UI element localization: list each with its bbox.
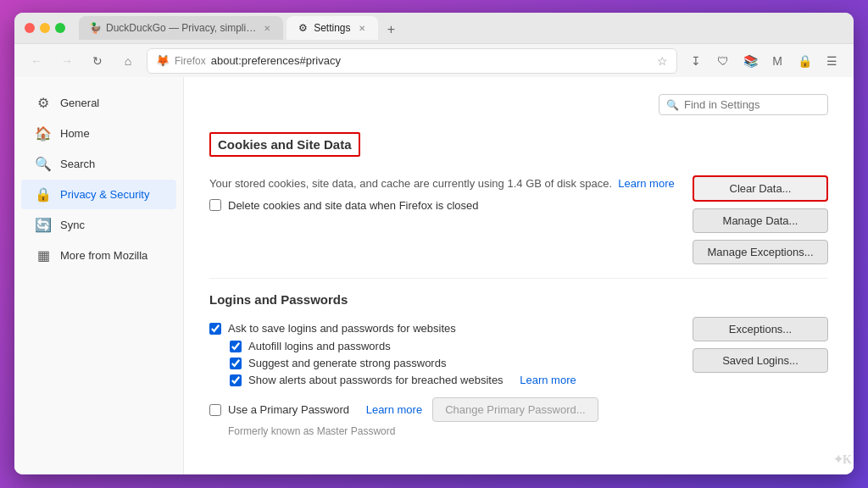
sidebar-item-search[interactable]: 🔍 Search bbox=[21, 149, 176, 179]
cookies-info-row: Your stored cookies, site data, and cach… bbox=[209, 175, 828, 264]
minimize-button[interactable] bbox=[40, 23, 50, 33]
nav-actions: ↧ 🛡 📚 M 🔒 ☰ bbox=[684, 49, 843, 73]
logins-buttons: Exceptions... Saved Logins... bbox=[693, 317, 828, 373]
suggest-strong-row: Suggest and generate strong passwords bbox=[209, 357, 676, 369]
find-input-container[interactable]: 🔍 bbox=[659, 94, 828, 115]
use-primary-password-row: Use a Primary Password Learn more bbox=[209, 403, 422, 416]
title-bar: 🦆 DuckDuckGo — Privacy, simpli… ✕ ⚙ Sett… bbox=[14, 13, 854, 43]
delete-on-close-label: Delete cookies and site data when Firefo… bbox=[228, 199, 479, 212]
use-primary-password-checkbox[interactable] bbox=[209, 404, 221, 416]
cookies-section: Cookies and Site Data Your stored cookie… bbox=[209, 132, 828, 264]
formerly-label: Formerly known as Master Password bbox=[209, 425, 828, 437]
menu-button[interactable]: ☰ bbox=[820, 49, 843, 73]
sidebar-item-sync-label: Sync bbox=[60, 219, 85, 231]
firefox-icon: 🦊 bbox=[156, 54, 170, 67]
settings-tab-icon: ⚙ bbox=[297, 22, 309, 34]
delete-on-close-row: Delete cookies and site data when Firefo… bbox=[209, 199, 676, 212]
home-button[interactable]: ⌂ bbox=[116, 49, 140, 73]
show-alerts-label: Show alerts about passwords for breached… bbox=[248, 374, 504, 386]
traffic-lights bbox=[25, 23, 65, 33]
show-alerts-row: Show alerts about passwords for breached… bbox=[209, 374, 676, 386]
primary-password-row: Use a Primary Password Learn more Change… bbox=[209, 397, 828, 422]
find-search-icon: 🔍 bbox=[666, 99, 679, 111]
cookies-info-text: Your stored cookies, site data, and cach… bbox=[209, 175, 676, 192]
account-button[interactable]: M bbox=[765, 49, 789, 73]
shield-icon[interactable]: 🛡 bbox=[711, 49, 735, 73]
autofill-row: Autofill logins and passwords bbox=[209, 340, 676, 352]
ask-to-save-row: Ask to save logins and passwords for web… bbox=[209, 322, 676, 335]
suggest-strong-label: Suggest and generate strong passwords bbox=[248, 357, 446, 369]
nav-bar: ← → ↻ ⌂ 🦊 Firefox about:preferences#priv… bbox=[14, 43, 854, 77]
logins-section: Logins and Passwords Ask to save logins … bbox=[209, 292, 828, 437]
logins-section-title: Logins and Passwords bbox=[209, 292, 828, 307]
sidebar-item-home-label: Home bbox=[60, 127, 90, 140]
logins-main-row: Ask to save logins and passwords for web… bbox=[209, 317, 828, 391]
tab-duckduckgo[interactable]: 🦆 DuckDuckGo — Privacy, simpli… ✕ bbox=[79, 16, 283, 40]
tabs-bar: 🦆 DuckDuckGo — Privacy, simpli… ✕ ⚙ Sett… bbox=[79, 16, 843, 40]
search-sidebar-icon: 🔍 bbox=[35, 156, 52, 172]
maximize-button[interactable] bbox=[55, 23, 65, 33]
ask-to-save-label: Ask to save logins and passwords for web… bbox=[228, 322, 456, 335]
section-divider bbox=[209, 278, 828, 279]
cookies-buttons: Clear Data... Manage Data... Manage Exce… bbox=[693, 175, 828, 264]
bookmark-icon[interactable]: ☆ bbox=[657, 54, 668, 68]
find-in-settings-input[interactable] bbox=[684, 98, 821, 111]
settings-main: 🔍 Cookies and Site Data Your stored cook… bbox=[184, 77, 854, 474]
manage-exceptions-button[interactable]: Manage Exceptions... bbox=[693, 240, 828, 264]
close-button[interactable] bbox=[25, 23, 35, 33]
address-bar[interactable]: 🦊 Firefox about:preferences#privacy ☆ bbox=[147, 48, 677, 74]
primary-password-area: Use a Primary Password Learn more Change… bbox=[209, 397, 828, 437]
sidebar-item-privacy-label: Privacy & Security bbox=[60, 188, 149, 201]
suggest-strong-checkbox[interactable] bbox=[230, 358, 242, 369]
sidebar-item-home[interactable]: 🏠 Home bbox=[21, 119, 176, 148]
cookies-section-title: Cookies and Site Data bbox=[209, 132, 360, 157]
ask-to-save-checkbox[interactable] bbox=[209, 323, 221, 335]
reload-button[interactable]: ↻ bbox=[86, 49, 109, 73]
saved-logins-button[interactable]: Saved Logins... bbox=[693, 348, 828, 373]
sidebar: ⚙ General 🏠 Home 🔍 Search 🔒 Privacy & Se… bbox=[14, 77, 184, 474]
duckduckgo-tab-icon: 🦆 bbox=[89, 22, 101, 34]
bookmarks-icon[interactable]: 📚 bbox=[738, 49, 762, 73]
autofill-label: Autofill logins and passwords bbox=[248, 340, 391, 352]
show-alerts-learn-more-link[interactable]: Learn more bbox=[520, 374, 576, 386]
exceptions-button[interactable]: Exceptions... bbox=[693, 317, 828, 341]
forward-button[interactable]: → bbox=[55, 49, 79, 73]
security-icon[interactable]: 🔒 bbox=[793, 49, 816, 73]
cookies-description-area: Your stored cookies, site data, and cach… bbox=[209, 175, 676, 217]
tab-settings-label: Settings bbox=[314, 22, 350, 34]
lock-icon: 🔒 bbox=[35, 186, 52, 202]
cookies-description: Your stored cookies, site data, and cach… bbox=[209, 177, 612, 190]
use-primary-password-label: Use a Primary Password bbox=[228, 403, 349, 416]
clear-data-button[interactable]: Clear Data... bbox=[693, 175, 828, 202]
change-primary-password-button: Change Primary Password... bbox=[432, 397, 598, 422]
delete-on-close-checkbox[interactable] bbox=[209, 199, 221, 211]
general-icon: ⚙ bbox=[35, 95, 52, 111]
sidebar-item-mozilla[interactable]: ▦ More from Mozilla bbox=[21, 241, 176, 270]
show-alerts-checkbox[interactable] bbox=[230, 374, 242, 386]
url-display: about:preferences#privacy bbox=[211, 54, 652, 67]
sidebar-item-general[interactable]: ⚙ General bbox=[21, 88, 176, 118]
tab-settings-close[interactable]: ✕ bbox=[356, 22, 368, 34]
autofill-checkbox[interactable] bbox=[230, 341, 242, 352]
tab-settings[interactable]: ⚙ Settings ✕ bbox=[287, 16, 377, 40]
new-tab-button[interactable]: + bbox=[381, 19, 402, 40]
extension-button[interactable]: ↧ bbox=[684, 49, 708, 73]
sidebar-item-privacy-security[interactable]: 🔒 Privacy & Security bbox=[21, 180, 176, 209]
sidebar-item-mozilla-label: More from Mozilla bbox=[60, 249, 147, 262]
browser-label: Firefox bbox=[175, 55, 206, 67]
primary-password-learn-more-link[interactable]: Learn more bbox=[366, 403, 422, 416]
manage-data-button[interactable]: Manage Data... bbox=[693, 208, 828, 233]
sidebar-item-sync[interactable]: 🔄 Sync bbox=[21, 210, 176, 240]
cookies-learn-more-link[interactable]: Learn more bbox=[618, 177, 674, 190]
logins-options-area: Ask to save logins and passwords for web… bbox=[209, 317, 676, 391]
sidebar-item-search-label: Search bbox=[60, 158, 95, 170]
content-area: ⚙ General 🏠 Home 🔍 Search 🔒 Privacy & Se… bbox=[14, 77, 854, 474]
home-icon: 🏠 bbox=[35, 125, 52, 141]
tab-duckduckgo-close[interactable]: ✕ bbox=[261, 22, 273, 34]
tab-duckduckgo-label: DuckDuckGo — Privacy, simpli… bbox=[106, 22, 256, 34]
back-button[interactable]: ← bbox=[25, 49, 48, 73]
sync-icon: 🔄 bbox=[35, 217, 52, 233]
sidebar-item-general-label: General bbox=[60, 97, 99, 109]
find-in-settings-wrap: 🔍 bbox=[209, 94, 828, 115]
watermark: ✦K bbox=[833, 435, 851, 471]
